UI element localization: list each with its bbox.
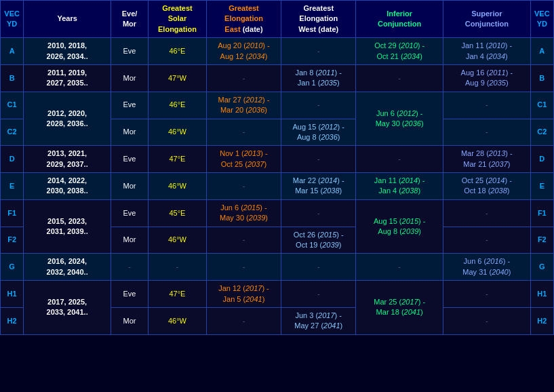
gee-d: Nov 1 (2013) -Oct 25 (2037) <box>206 146 281 173</box>
header-gee-label: GreatestElongationEast (date) <box>224 4 263 33</box>
sup-h2: - <box>443 307 531 334</box>
gse-d: 47°E <box>149 146 207 173</box>
header-vec-right-label: VECYD <box>534 9 550 28</box>
table-row: E 2014, 2022,2030, 2038.. Mor 46°W - Mar… <box>1 173 554 200</box>
gse-h2: 46°W <box>149 307 207 334</box>
gew-e: Mar 22 (2014) -Mar 15 (2038) <box>281 173 356 200</box>
gee-f2: - <box>206 227 281 254</box>
vec2-label-f2: F2 <box>530 227 553 254</box>
table-row: A 2010, 2018,2026, 2034.. Eve 46°E Aug 2… <box>1 38 554 65</box>
vec-label-f2: F2 <box>1 227 24 254</box>
inf-f: Aug 15 (2015) -Aug 8 (2039) <box>356 199 443 254</box>
eve-b: Mor <box>111 64 148 92</box>
vec-label-h2: H2 <box>1 307 24 334</box>
venus-elongation-table: VECYD Years Eve/Mor GreatestSolarElongat… <box>0 0 554 335</box>
eve-a: Eve <box>111 38 148 65</box>
gee-f1: Jun 6 (2015) -May 30 (2039) <box>206 199 281 227</box>
gee-g: - <box>206 254 281 281</box>
header-gew-label: GreatestElongationWest (date) <box>298 4 338 33</box>
gse-f2: 46°W <box>149 227 207 254</box>
gew-c1: - <box>281 92 356 119</box>
sup-d: Mar 28 (2013) -Mar 21 (2037) <box>443 146 531 173</box>
years-h: 2017, 2025,2033, 2041.. <box>24 281 111 335</box>
gse-c1: 46°E <box>149 92 207 119</box>
header-inf-label: InferiorConjunction <box>378 9 421 28</box>
table-row: B 2011, 2019,2027, 2035.. Mor 47°W - Jan… <box>1 64 554 92</box>
gse-h1: 47°E <box>149 281 207 308</box>
header-inf: InferiorConjunction <box>356 1 443 38</box>
header-vec-right: VECYD <box>530 1 553 38</box>
sup-h1: - <box>443 281 531 308</box>
eve-c1: Eve <box>111 92 148 119</box>
vec2-label-d: D <box>530 146 553 173</box>
gee-b: - <box>206 64 281 92</box>
vec2-label-c1: C1 <box>530 92 553 119</box>
vec-label-d: D <box>1 146 24 173</box>
vec-label-a: A <box>1 38 24 65</box>
vec-label-e: E <box>1 173 24 200</box>
header-gee: GreatestElongationEast (date) <box>206 1 281 38</box>
vec-label-c2: C2 <box>1 119 24 146</box>
gee-h1: Jan 12 (2017) -Jan 5 (2041) <box>206 281 281 308</box>
gew-c2: Aug 15 (2012) -Aug 8 (2036) <box>281 119 356 146</box>
gse-e: 46°W <box>149 173 207 200</box>
sup-e: Oct 25 (2014) -Oct 18 (2038) <box>443 173 531 200</box>
gse-a: 46°E <box>149 38 207 65</box>
years-g: 2016, 2024,2032, 2040.. <box>24 254 111 281</box>
years-b: 2011, 2019,2027, 2035.. <box>24 64 111 92</box>
sup-a: Jan 11 (2010) -Jan 4 (2034) <box>443 38 531 65</box>
gse-b: 47°W <box>149 64 207 92</box>
vec2-label-h1: H1 <box>530 281 553 308</box>
vec-label-c1: C1 <box>1 92 24 119</box>
years-e: 2014, 2022,2030, 2038.. <box>24 173 111 200</box>
gee-h2: - <box>206 307 281 334</box>
header-sup-label: SuperiorConjunction <box>465 9 509 28</box>
sup-b: Aug 16 (2011) -Aug 9 (2035) <box>443 64 531 92</box>
inf-h: Mar 25 (2017) -Mar 18 (2041) <box>356 281 443 335</box>
vec2-label-g: G <box>530 254 553 281</box>
gew-f1: - <box>281 199 356 227</box>
gew-a: - <box>281 38 356 65</box>
years-a: 2010, 2018,2026, 2034.. <box>24 38 111 65</box>
years-c: 2012, 2020,2028, 2036.. <box>24 92 111 146</box>
inf-a: Oct 29 (2010) -Oct 21 (2034) <box>356 38 443 65</box>
sup-f2: - <box>443 227 531 254</box>
vec2-label-c2: C2 <box>530 119 553 146</box>
gew-d: - <box>281 146 356 173</box>
eve-h1: Eve <box>111 281 148 308</box>
header-gse-label: GreatestSolarElongation <box>158 4 197 33</box>
table-row: C1 2012, 2020,2028, 2036.. Eve 46°E Mar … <box>1 92 554 119</box>
sup-f1: - <box>443 199 531 227</box>
vec2-label-e: E <box>530 173 553 200</box>
gew-h2: Jun 3 (2017) -May 27 (2041) <box>281 307 356 334</box>
gse-f1: 45°E <box>149 199 207 227</box>
header-eve-mor-label: Eve/Mor <box>122 9 138 28</box>
gee-c2: - <box>206 119 281 146</box>
header-years-label: Years <box>57 14 77 22</box>
gew-b: Jan 8 (2011) -Jan 1 (2035) <box>281 64 356 92</box>
gew-f2: Oct 26 (2015) -Oct 19 (2039) <box>281 227 356 254</box>
eve-f2: Mor <box>111 227 148 254</box>
inf-g: - <box>356 254 443 281</box>
vec-label-g: G <box>1 254 24 281</box>
vec2-label-a: A <box>530 38 553 65</box>
table-row: F1 2015, 2023,2031, 2039.. Eve 45°E Jun … <box>1 199 554 227</box>
years-d: 2013, 2021,2029, 2037.. <box>24 146 111 173</box>
gse-g: - <box>149 254 207 281</box>
gew-h1: - <box>281 281 356 308</box>
header-years: Years <box>24 1 111 38</box>
eve-d: Eve <box>111 146 148 173</box>
inf-b: - <box>356 64 443 92</box>
vec2-label-f1: F1 <box>530 199 553 227</box>
eve-e: Mor <box>111 173 148 200</box>
gee-e: - <box>206 173 281 200</box>
inf-d: - <box>356 146 443 173</box>
eve-h2: Mor <box>111 307 148 334</box>
header-sup: SuperiorConjunction <box>443 1 531 38</box>
header-vec-left-label: VECYD <box>4 9 20 28</box>
eve-f1: Eve <box>111 199 148 227</box>
gee-a: Aug 20 (2010) -Aug 12 (2034) <box>206 38 281 65</box>
vec-label-f1: F1 <box>1 199 24 227</box>
gse-c2: 46°W <box>149 119 207 146</box>
table-row: G 2016, 2024,2032, 2040.. - - - - - Jun … <box>1 254 554 281</box>
